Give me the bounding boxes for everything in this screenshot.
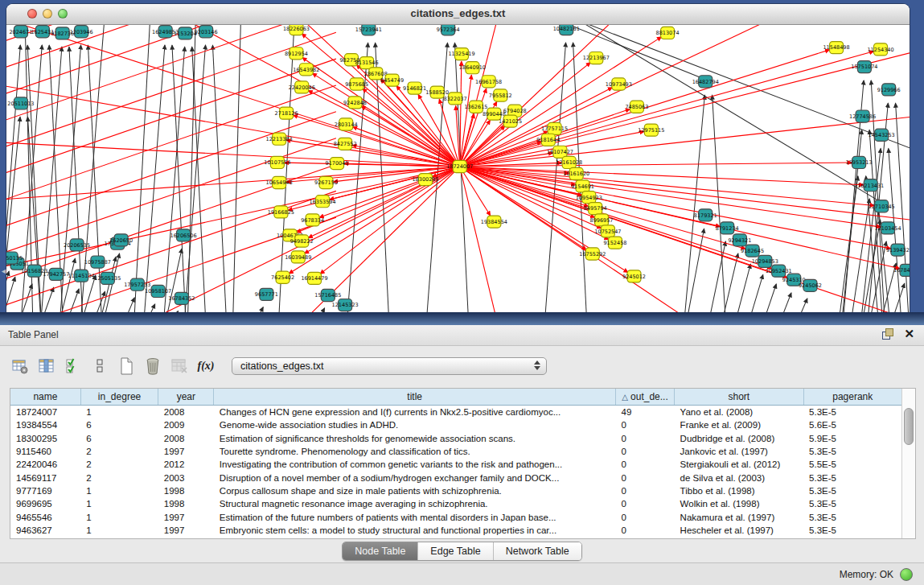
tab-network-table[interactable]: Network Table <box>493 542 581 560</box>
graph-node[interactable]: 12213967 <box>583 51 610 64</box>
table-row[interactable]: 946362711997Embryonic stem cells: a mode… <box>10 524 901 537</box>
delete-table-button-disabled[interactable] <box>167 354 191 378</box>
graph-node[interactable]: 2718126 <box>275 107 298 119</box>
graph-node[interactable]: 16784321 <box>893 264 910 276</box>
table-row[interactable]: 946554611997Estimation of the future num… <box>10 510 901 523</box>
column-visibility-button[interactable] <box>35 354 59 378</box>
graph-node[interactable]: 8179321 <box>694 209 717 221</box>
row-height-button[interactable] <box>88 354 112 378</box>
graph-node[interactable]: 12145323 <box>332 299 359 311</box>
svg-text:12213967: 12213967 <box>583 55 610 61</box>
network-window-titlebar[interactable]: citations_edges.txt <box>6 4 910 25</box>
svg-text:12774586: 12774586 <box>849 113 876 120</box>
graph-node[interactable]: 12774586 <box>849 110 876 122</box>
new-document-icon <box>117 356 136 376</box>
column-header-in-degree[interactable]: in_degree <box>80 389 158 406</box>
table-vertical-scrollbar[interactable] <box>901 389 915 538</box>
graph-node[interactable]: 16914479 <box>301 272 327 284</box>
graph-node[interactable]: 10654948 <box>266 176 293 188</box>
table-settings-button[interactable] <box>8 354 32 378</box>
graph-node[interactable]: 9572364 <box>437 25 460 35</box>
column-header-out-de-[interactable]: △out_de... <box>616 389 675 406</box>
graph-node[interactable]: 11254340 <box>867 43 893 56</box>
graph-node[interactable]: 12710345 <box>869 200 895 212</box>
svg-text:1362615: 1362615 <box>464 104 487 110</box>
graph-node[interactable]: 9129966 <box>877 84 901 96</box>
graph-node[interactable]: 7625402 <box>271 271 294 283</box>
graph-node[interactable]: 10975887 <box>84 256 111 268</box>
graph-node[interactable]: 17757115 <box>541 122 568 134</box>
table-toolbar: f(x) citations_edges.txt <box>0 346 924 386</box>
svg-text:7955812: 7955812 <box>489 93 512 99</box>
graph-node[interactable]: 9267150 <box>314 176 338 188</box>
table-row[interactable]: 1938455462009Genome-wide association stu… <box>10 418 901 431</box>
graph-node[interactable]: 11325419 <box>448 48 474 60</box>
network-canvas[interactable]: 18724007 18300295 19384554 22420046 2718… <box>6 25 910 312</box>
graph-node[interactable]: 12103454 <box>874 222 901 234</box>
close-panel-icon[interactable]: ✕ <box>904 328 914 340</box>
column-header-year[interactable]: year <box>158 389 214 406</box>
new-table-button[interactable] <box>114 354 138 378</box>
graph-node[interactable]: 8495794 <box>584 203 607 215</box>
tab-edge-table[interactable]: Edge Table <box>417 542 492 560</box>
citation-network-graph[interactable]: 18724007 18300295 19384554 22420046 2718… <box>6 25 910 312</box>
graph-node[interactable]: 15751074 <box>851 61 877 73</box>
table-select-dropdown[interactable]: citations_edges.txt <box>232 357 547 375</box>
graph-node[interactable]: 16353594 <box>310 196 336 208</box>
graph-node[interactable]: 7485063 <box>625 101 648 113</box>
graph-node[interactable]: 16039489 <box>285 251 311 263</box>
graph-node[interactable]: 18226063 <box>283 25 310 35</box>
svg-text:9242848: 9242848 <box>343 100 367 106</box>
graph-node[interactable]: 12975115 <box>638 124 664 136</box>
table-row[interactable]: 969969511998Structural magnetic resonanc… <box>10 497 901 510</box>
network-desktop-background: citations_edges.txt 18724007 18300295 19… <box>0 0 924 325</box>
table-header-row: namein_degreeyeartitle△out_de...shortpag… <box>10 389 901 406</box>
graph-node[interactable]: 19384554 <box>481 216 507 228</box>
graph-node[interactable]: 16961758 <box>475 76 502 88</box>
column-header-name[interactable]: name <box>10 389 80 406</box>
graph-node[interactable]: 15723941 <box>355 25 382 35</box>
column-header-title[interactable]: title <box>214 389 616 406</box>
column-header-short[interactable]: short <box>675 389 803 406</box>
graph-node[interactable]: 9139432 <box>886 244 910 256</box>
table-row[interactable]: 911546021997Tourette syndrome. Phenomeno… <box>10 445 901 458</box>
graph-node[interactable]: 9678334 <box>301 214 324 226</box>
table-row[interactable]: 1872400712008Changes of HCN gene express… <box>10 406 901 419</box>
graph-node[interactable]: 11548498 <box>823 42 849 54</box>
graph-node[interactable]: 16206506 <box>170 229 197 241</box>
graph-node[interactable]: 16543982 <box>293 64 319 76</box>
graph-node[interactable]: 8791234 <box>716 222 739 234</box>
select-columns-button[interactable] <box>61 354 85 378</box>
svg-text:8990448: 8990448 <box>483 111 506 117</box>
graph-node[interactable]: 22420046 <box>289 81 315 93</box>
table-row[interactable]: 1456911722003Disruption of a novel membe… <box>10 471 901 484</box>
table-row[interactable]: 2242004622012Investigating the contribut… <box>10 458 901 471</box>
svg-text:6794028: 6794028 <box>503 108 527 114</box>
graph-node[interactable]: 9146821 <box>403 82 426 94</box>
table-panel-titlebar[interactable]: Table Panel ✕ <box>0 325 924 346</box>
tab-node-table[interactable]: Node Table <box>343 542 417 560</box>
column-header-pagerank[interactable]: pagerank <box>803 389 901 406</box>
graph-node[interactable]: 10482161 <box>553 25 580 35</box>
graph-node[interactable]: 18640910 <box>459 62 486 74</box>
function-builder-button[interactable]: f(x) <box>194 354 218 378</box>
graph-node[interactable]: 12505135 <box>94 272 121 284</box>
graph-node[interactable]: 16784352 <box>168 292 195 304</box>
collapse-panel-arrow-icon[interactable]: ◄ <box>0 266 7 277</box>
graph-node[interactable]: 15716485 <box>314 289 341 301</box>
delete-entries-button[interactable] <box>141 354 165 378</box>
table-row[interactable]: 977716911998Corpus callosum shape and si… <box>10 484 901 497</box>
graph-node[interactable]: 8813074 <box>656 27 680 39</box>
trash-icon <box>143 356 162 376</box>
graph-node[interactable]: 7955812 <box>489 89 512 101</box>
svg-text:11548498: 11548498 <box>823 44 849 51</box>
graph-node[interactable]: 9657771 <box>255 288 278 300</box>
float-panel-icon[interactable] <box>882 328 893 340</box>
scrollbar-thumb[interactable] <box>904 408 914 445</box>
graph-node[interactable]: 9170045 <box>326 158 349 170</box>
table-row[interactable]: 1830029562008Estimation of significance … <box>10 432 901 445</box>
graph-node[interactable]: 10973493 <box>606 78 632 90</box>
graph-node[interactable]: 15953213 <box>846 156 873 168</box>
graph-node[interactable]: 14543253 <box>869 129 895 141</box>
graph-node[interactable]: 9245012 <box>622 270 646 282</box>
